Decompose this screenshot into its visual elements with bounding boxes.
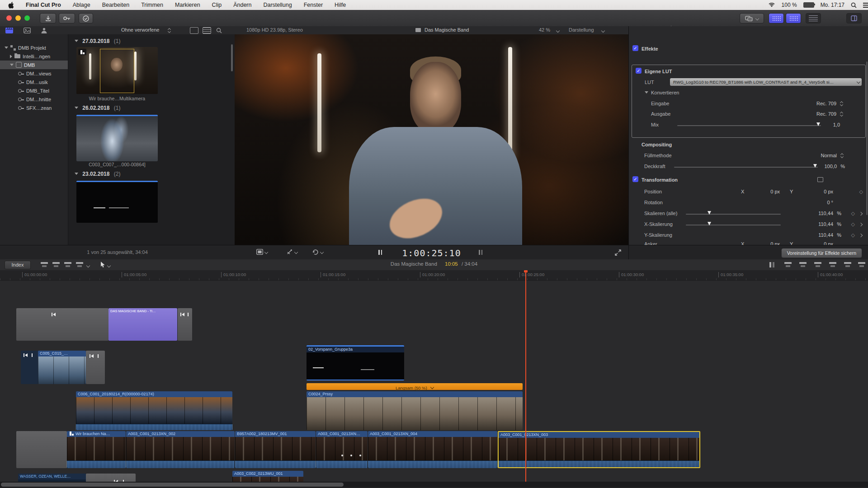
storyline-clip-b957[interactable]: B957A002_180213MV_001 bbox=[235, 431, 316, 468]
disclosure-triangle-icon[interactable] bbox=[75, 107, 78, 109]
audio-fade-dots[interactable] bbox=[341, 455, 361, 456]
timeline-ruler[interactable]: 01:00:00:00 01:00:05:00 01:00:10:00 01:0… bbox=[0, 270, 868, 281]
import-media-button[interactable] bbox=[40, 13, 56, 23]
skimming-toggle-icon[interactable] bbox=[784, 262, 792, 267]
inspector-scrollbar[interactable] bbox=[866, 61, 868, 215]
viewer-zoom-dropdown[interactable]: 42 % bbox=[539, 27, 550, 33]
x-scale-value[interactable]: 110,44 bbox=[818, 221, 833, 227]
connected-clip-vorspann[interactable]: 02_Vorspann_Gruppe3a bbox=[307, 345, 404, 380]
connected-clip-a003c002[interactable]: A003_C002_0213WU_001 bbox=[232, 471, 303, 482]
sidebar-item-folder[interactable]: Intelli…ngen bbox=[0, 52, 68, 61]
viewer-view-menu[interactable]: Darstellung bbox=[569, 27, 594, 33]
solo-toggle-icon[interactable] bbox=[814, 262, 821, 267]
spotlight-search-icon[interactable] bbox=[851, 2, 857, 8]
inspector-toggle-button[interactable] bbox=[846, 13, 862, 23]
menu-fenster[interactable]: Fenster bbox=[304, 2, 323, 8]
mix-slider-thumb[interactable] bbox=[816, 122, 820, 126]
x-scale-slider-thumb[interactable] bbox=[708, 222, 711, 225]
position-x-value[interactable]: 0 px bbox=[770, 189, 780, 194]
fullscreen-icon[interactable] bbox=[615, 249, 621, 258]
menu-app-name[interactable]: Final Cut Pro bbox=[26, 2, 61, 8]
opacity-value[interactable]: 100,0 bbox=[824, 164, 837, 169]
mix-slider[interactable] bbox=[677, 125, 821, 126]
output-value-dropdown[interactable]: Rec. 709 bbox=[816, 111, 836, 117]
battery-icon[interactable] bbox=[803, 2, 814, 8]
storyline-clip-wir-brauchen[interactable]: Wir brauchen Na… bbox=[67, 431, 126, 468]
opacity-slider-thumb[interactable] bbox=[813, 164, 817, 168]
keyword-editor-button[interactable] bbox=[59, 13, 75, 23]
retime-bar[interactable]: Langsam (50 %) bbox=[307, 383, 523, 390]
position-y-value[interactable]: 0 px bbox=[824, 189, 833, 194]
sidebar-item-keyword-hnitte[interactable]: DM…hnitte bbox=[0, 95, 68, 103]
playhead[interactable] bbox=[525, 270, 526, 482]
gap-clip[interactable] bbox=[16, 431, 67, 468]
sidebar-item-keyword-sfx[interactable]: SFX…zean bbox=[0, 103, 68, 112]
y-scale-value[interactable]: 110,44 bbox=[818, 232, 833, 238]
title-clip[interactable]: DAS MAGISCHE BAND - Ti… bbox=[108, 308, 177, 341]
anchor-x-value[interactable]: 0 px bbox=[770, 241, 780, 245]
list-view-icon[interactable] bbox=[203, 27, 211, 34]
lut-value-dropdown[interactable]: RWG_Log3G10 to REC709_BT1886 with LOW_CO… bbox=[670, 78, 862, 86]
browser-scrollbar[interactable] bbox=[231, 44, 233, 71]
keyframe-diamond-icon[interactable]: ◇ bbox=[851, 221, 855, 227]
scale-all-value[interactable]: 110,44 bbox=[818, 211, 833, 216]
menu-darstellung[interactable]: Darstellung bbox=[263, 2, 292, 8]
menu-clock[interactable]: Mo. 17:17 bbox=[821, 2, 844, 8]
browser-clip-smoke[interactable] bbox=[76, 115, 158, 161]
gap-clip[interactable] bbox=[178, 308, 192, 341]
sidebar-item-keyword-musik[interactable]: DM…usik bbox=[0, 78, 68, 86]
clip-appearance-icon[interactable] bbox=[844, 262, 851, 267]
pause-icon[interactable] bbox=[378, 250, 382, 255]
scale-all-slider-thumb[interactable] bbox=[708, 211, 711, 215]
disclosure-triangle-icon[interactable] bbox=[10, 64, 14, 66]
next-keyframe-icon[interactable] bbox=[859, 223, 863, 226]
menu-markieren[interactable]: Markieren bbox=[175, 2, 200, 8]
blend-mode-value-dropdown[interactable]: Normal bbox=[821, 153, 837, 158]
menu-bearbeiten[interactable]: Bearbeiten bbox=[102, 2, 129, 8]
keyframe-diamond-icon[interactable]: ◇ bbox=[859, 189, 863, 195]
clip-filter-dropdown[interactable]: Ohne verworfene bbox=[121, 27, 159, 33]
disclosure-triangle-icon[interactable] bbox=[5, 47, 8, 49]
sidebar-item-keyword-titel[interactable]: DMB_Titel bbox=[0, 86, 68, 95]
storyline-clip-xn002[interactable]: A003_C001_0213XN_002 bbox=[126, 431, 235, 468]
sidebar-item-event-dmb[interactable]: DMB bbox=[0, 61, 68, 69]
disclosure-triangle-icon[interactable] bbox=[645, 91, 648, 94]
disclosure-triangle-icon[interactable] bbox=[10, 55, 12, 58]
date-group-header[interactable]: 26.02.2018 (1) bbox=[75, 105, 120, 111]
sidebar-item-keyword-views[interactable]: DM…views bbox=[0, 69, 68, 78]
connected-clip-c0024[interactable]: C0024_Prssy bbox=[307, 391, 523, 430]
date-group-header[interactable]: 27.03.2018 (1) bbox=[75, 38, 120, 44]
menu-hilfe[interactable]: Hilfe bbox=[335, 2, 346, 8]
opacity-slider[interactable] bbox=[674, 167, 818, 168]
menu-trimmen[interactable]: Trimmen bbox=[141, 2, 163, 8]
disclosure-triangle-icon[interactable] bbox=[75, 40, 78, 42]
storyline-clip-xn004[interactable]: A003_C001_0213XN_004 bbox=[368, 431, 497, 468]
effects-browser-button[interactable] bbox=[769, 13, 784, 23]
browser-clip-multicam[interactable] bbox=[76, 47, 158, 94]
date-group-header[interactable]: 23.02.2018 (2) bbox=[75, 171, 120, 177]
connected-clip-wasser[interactable]: WASSER, OZEAN, WELLE… bbox=[18, 474, 86, 482]
audio-meters-icon[interactable] bbox=[858, 262, 865, 267]
sidebar-item-library[interactable]: DMB Projekt bbox=[0, 43, 68, 52]
rotation-value[interactable]: 0 ° bbox=[827, 200, 833, 205]
keyframe-diamond-icon[interactable]: ◇ bbox=[851, 211, 855, 216]
storyline-clip-xn[interactable]: A003_C001_0213XN… bbox=[316, 431, 368, 468]
zoom-window-button[interactable] bbox=[24, 15, 30, 21]
transform-onscreen-controls-icon[interactable] bbox=[817, 177, 823, 182]
gap-clip[interactable] bbox=[16, 308, 108, 341]
connected-clip-c006[interactable]: C006_C001_20180214_R(000000-02174) bbox=[76, 391, 232, 430]
retime-menu[interactable] bbox=[312, 249, 323, 255]
apple-menu-icon[interactable] bbox=[8, 2, 14, 9]
filmstrip-view-icon[interactable] bbox=[190, 27, 198, 34]
transitions-browser-button[interactable] bbox=[786, 13, 801, 23]
transform-enable-checkbox[interactable] bbox=[632, 176, 638, 182]
blend-stepper-icon[interactable] bbox=[841, 154, 843, 158]
gap-clip[interactable] bbox=[86, 474, 136, 482]
anchor-y-value[interactable]: 0 px bbox=[824, 241, 833, 245]
next-keyframe-icon[interactable] bbox=[859, 212, 863, 216]
keyframe-diamond-icon[interactable]: ◇ bbox=[851, 232, 855, 238]
input-stepper-icon[interactable] bbox=[840, 102, 843, 106]
connected-clip[interactable] bbox=[21, 351, 38, 384]
timeline-scrollbar-thumb[interactable] bbox=[1, 483, 344, 487]
trim-toggle-icon[interactable] bbox=[769, 262, 776, 267]
